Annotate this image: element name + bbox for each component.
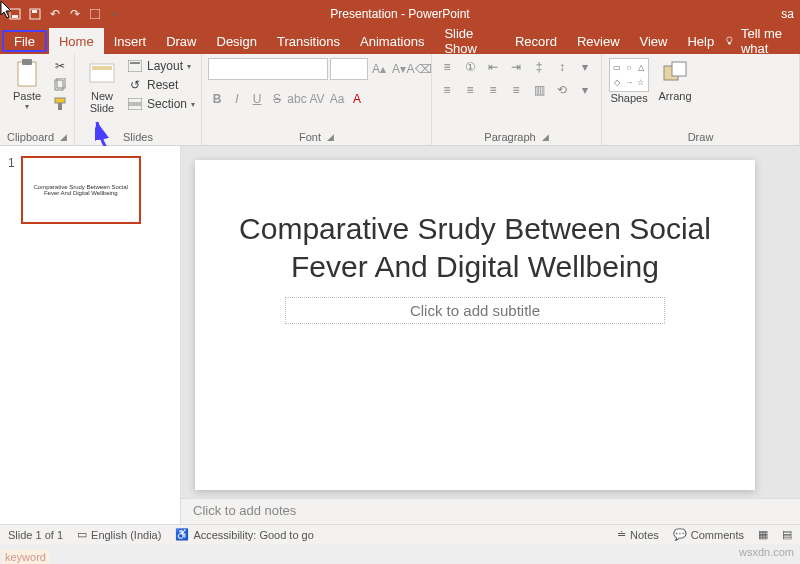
undo-icon[interactable]: ↶ xyxy=(48,7,62,21)
start-icon[interactable] xyxy=(88,7,102,21)
shapes-button[interactable]: ▭○△◇→☆ Shapes xyxy=(608,58,650,104)
group-clipboard: Paste ▾ ✂ Clipboard◢ xyxy=(0,54,75,145)
language-button[interactable]: ▭English (India) xyxy=(77,528,161,541)
lightbulb-icon xyxy=(724,34,735,48)
tell-me[interactable]: Tell me what xyxy=(724,28,800,54)
layout-button[interactable]: Layout▾ xyxy=(127,58,195,74)
book-icon: ▭ xyxy=(77,528,87,541)
align-center-button[interactable]: ≡ xyxy=(461,81,479,99)
tab-insert[interactable]: Insert xyxy=(104,28,157,54)
font-launcher-icon[interactable]: ◢ xyxy=(327,132,334,142)
align-right-button[interactable]: ≡ xyxy=(484,81,502,99)
svg-rect-7 xyxy=(18,62,36,86)
font-label: Font xyxy=(299,131,321,143)
smartart-button[interactable]: ⟲ xyxy=(553,81,571,99)
watermark: wsxdn.com xyxy=(0,544,800,564)
group-font: A▴ A▾ A⌫ B I U S abc AV Aa A Font◢ xyxy=(202,54,432,145)
font-color-button[interactable]: A xyxy=(348,90,366,108)
subtitle-placeholder[interactable]: Click to add subtitle xyxy=(285,297,665,324)
tab-help[interactable]: Help xyxy=(677,28,724,54)
view-sorter-button[interactable]: ▤ xyxy=(782,528,792,541)
arrange-button[interactable]: Arrang xyxy=(654,58,696,102)
shadow-button[interactable]: abc xyxy=(288,90,306,108)
slide-title[interactable]: Comparative Srudy Between Social Fever A… xyxy=(225,210,725,285)
shrink-font-button[interactable]: A▾ xyxy=(390,60,408,78)
clipboard-launcher-icon[interactable]: ◢ xyxy=(60,132,67,142)
svg-point-5 xyxy=(727,37,732,42)
align-left-button[interactable]: ≡ xyxy=(438,81,456,99)
svg-rect-4 xyxy=(90,9,100,19)
tell-me-label: Tell me what xyxy=(741,26,796,56)
tab-record[interactable]: Record xyxy=(505,28,567,54)
notes-button[interactable]: ≐Notes xyxy=(617,528,659,541)
comments-button[interactable]: 💬Comments xyxy=(673,528,744,541)
tab-home[interactable]: Home xyxy=(49,28,104,54)
cursor-icon xyxy=(0,0,14,20)
new-slide-button[interactable]: New Slide xyxy=(81,58,123,114)
notes-icon: ≐ xyxy=(617,528,626,541)
paragraph-launcher-icon[interactable]: ◢ xyxy=(542,132,549,142)
clipboard-label: Clipboard xyxy=(7,131,54,143)
svg-rect-8 xyxy=(22,59,32,65)
quick-access-toolbar: ↶ ↷ ▾ xyxy=(0,7,122,21)
view-normal-button[interactable]: ▦ xyxy=(758,528,768,541)
new-slide-label: New Slide xyxy=(90,90,114,114)
align-text-button[interactable]: ▾ xyxy=(576,58,594,76)
columns-button[interactable]: ▥ xyxy=(530,81,548,99)
reset-button[interactable]: ↺Reset xyxy=(127,77,195,93)
indent-dec-button[interactable]: ⇤ xyxy=(484,58,502,76)
slide-thumbnails-panel: 1 Comparative Srudy Between Social Fever… xyxy=(0,146,181,524)
reset-icon: ↺ xyxy=(127,77,143,93)
slide[interactable]: Comparative Srudy Between Social Fever A… xyxy=(195,160,755,490)
arrange-label: Arrang xyxy=(659,90,692,102)
numbering-button[interactable]: ① xyxy=(461,58,479,76)
group-paragraph: ≡ ① ⇤ ⇥ ‡ ↕ ▾ ≡ ≡ ≡ ≡ ▥ ⟲ ▾ Paragraph◢ xyxy=(432,54,602,145)
shapes-gallery-icon: ▭○△◇→☆ xyxy=(609,58,649,92)
paste-button[interactable]: Paste ▾ xyxy=(6,58,48,111)
redo-icon[interactable]: ↷ xyxy=(68,7,82,21)
svg-rect-20 xyxy=(672,62,686,76)
tab-review[interactable]: Review xyxy=(567,28,630,54)
copy-button[interactable] xyxy=(52,77,68,93)
slide-count[interactable]: Slide 1 of 1 xyxy=(8,529,63,541)
thumbnail-1[interactable]: 1 Comparative Srudy Between Social Fever… xyxy=(8,156,172,224)
save-icon[interactable] xyxy=(28,7,42,21)
reset-label: Reset xyxy=(147,78,178,92)
char-spacing-button[interactable]: AV xyxy=(308,90,326,108)
arrange-icon xyxy=(660,58,690,88)
qat-more-icon[interactable]: ▾ xyxy=(108,7,122,21)
tab-animations[interactable]: Animations xyxy=(350,28,434,54)
layout-icon xyxy=(127,58,143,74)
clear-format-button[interactable]: A⌫ xyxy=(410,60,428,78)
tab-design[interactable]: Design xyxy=(207,28,267,54)
section-label: Section xyxy=(147,97,187,111)
tab-transitions[interactable]: Transitions xyxy=(267,28,350,54)
tab-view[interactable]: View xyxy=(630,28,678,54)
tab-slideshow[interactable]: Slide Show xyxy=(434,28,505,54)
notes-pane[interactable]: Click to add notes xyxy=(181,498,800,524)
strike-button[interactable]: S xyxy=(268,90,286,108)
paste-label: Paste xyxy=(13,90,41,102)
text-direction-button[interactable]: ↕ xyxy=(553,58,571,76)
line-spacing-button[interactable]: ‡ xyxy=(530,58,548,76)
grow-font-button[interactable]: A▴ xyxy=(370,60,388,78)
italic-button[interactable]: I xyxy=(228,90,246,108)
font-family-combo[interactable] xyxy=(208,58,328,80)
cut-button[interactable]: ✂ xyxy=(52,58,68,74)
bold-button[interactable]: B xyxy=(208,90,226,108)
accessibility-button[interactable]: ♿Accessibility: Good to go xyxy=(175,528,313,541)
section-icon xyxy=(127,96,143,112)
justify-button[interactable]: ≡ xyxy=(507,81,525,99)
font-size-combo[interactable] xyxy=(330,58,368,80)
paste-caret-icon: ▾ xyxy=(25,102,29,111)
indent-inc-button[interactable]: ⇥ xyxy=(507,58,525,76)
change-case-button[interactable]: Aa xyxy=(328,90,346,108)
slide-canvas[interactable]: Comparative Srudy Between Social Fever A… xyxy=(181,146,800,498)
tab-draw[interactable]: Draw xyxy=(156,28,206,54)
convert-button[interactable]: ▾ xyxy=(576,81,594,99)
section-button[interactable]: Section▾ xyxy=(127,96,195,112)
bullets-button[interactable]: ≡ xyxy=(438,58,456,76)
underline-button[interactable]: U xyxy=(248,90,266,108)
tab-file[interactable]: File xyxy=(2,30,47,52)
format-painter-button[interactable] xyxy=(52,96,68,112)
